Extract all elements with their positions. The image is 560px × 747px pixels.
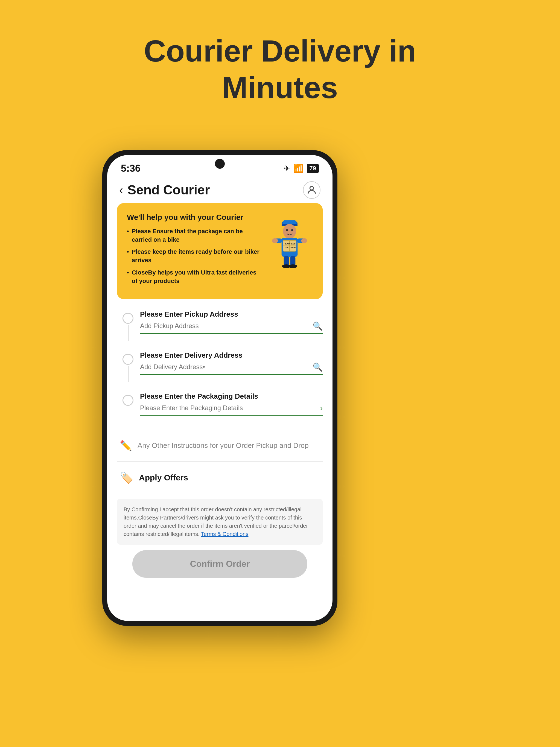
status-time: 5:36 — [121, 163, 141, 174]
svg-text:EXPRESS: EXPRESS — [285, 242, 296, 245]
offers-row[interactable]: 🏷️ Apply Offers — [117, 466, 323, 490]
back-button[interactable]: ‹ — [119, 183, 123, 197]
svg-point-5 — [286, 229, 288, 231]
page-title: Courier Delivery in Minutes — [102, 33, 458, 106]
info-item-1: • Please Ensure that the package can be … — [127, 227, 261, 244]
svg-point-4 — [283, 224, 296, 238]
step-circle-2 — [123, 354, 133, 365]
phone-frame: 5:36 ✈ 📶 79 ‹ Send Courier — [102, 150, 337, 626]
form-section: Please Enter Pickup Address 🔍 — [117, 310, 323, 420]
info-text-section: We'll help you with your Courier • Pleas… — [127, 213, 261, 289]
step-indicator-1 — [123, 313, 133, 341]
packaging-label: Please Enter the Packaging Details — [140, 392, 323, 401]
step-circle-3 — [123, 395, 133, 406]
phone-screen: 5:36 ✈ 📶 79 ‹ Send Courier — [107, 155, 332, 621]
battery-icon: 79 — [307, 164, 319, 173]
pickup-field: Please Enter Pickup Address 🔍 — [140, 310, 323, 338]
confirm-button[interactable]: Confirm Order — [132, 550, 307, 578]
svg-text:DELIVERY: DELIVERY — [285, 246, 297, 249]
step-indicator-3 — [123, 395, 133, 406]
delivery-input[interactable] — [140, 363, 312, 371]
packaging-row: Please Enter the Packaging Details › — [123, 392, 323, 420]
packaging-input-row[interactable]: › — [140, 403, 323, 416]
svg-point-0 — [310, 186, 313, 190]
terms-link[interactable]: Terms & Conditions — [201, 531, 248, 537]
pickup-search-icon: 🔍 — [312, 321, 323, 331]
info-text-1: Please Ensure that the package can be ca… — [132, 227, 261, 244]
info-text-2: Please keep the items ready before our b… — [132, 248, 261, 265]
packaging-input[interactable] — [140, 404, 320, 412]
pickup-input[interactable] — [140, 322, 312, 330]
svg-point-17 — [301, 238, 307, 243]
delivery-field: Please Enter Delivery Address 🔍 — [140, 351, 323, 379]
svg-point-21 — [288, 264, 297, 268]
terms-box: By Confirming I accept that this order d… — [117, 499, 323, 545]
bullet-3: • — [127, 269, 129, 276]
svg-point-6 — [291, 229, 293, 231]
delivery-search-icon: 🔍 — [312, 362, 323, 372]
status-icons: ✈ 📶 79 — [283, 163, 319, 173]
step-circle-1 — [123, 313, 133, 324]
divider-1 — [117, 430, 323, 430]
packaging-field: Please Enter the Packaging Details › — [140, 392, 323, 420]
edit-icon: ✏️ — [120, 440, 132, 452]
step-line-2 — [128, 366, 128, 382]
offers-icon: 🏷️ — [120, 471, 133, 484]
delivery-row: Please Enter Delivery Address 🔍 — [123, 351, 323, 382]
packaging-chevron-icon: › — [320, 403, 323, 413]
screen-title: Send Courier — [127, 182, 210, 198]
pickup-row: Please Enter Pickup Address 🔍 — [123, 310, 323, 341]
camera-notch — [215, 159, 225, 169]
courier-illustration: EXPRESS DELIVERY — [266, 213, 313, 269]
page-background: Courier Delivery in Minutes 5:36 ✈ 📶 79 — [102, 0, 458, 626]
info-banner-title: We'll help you with your Courier — [127, 213, 261, 222]
info-item-3: • CloseBy helps you with Ultra fast deli… — [127, 268, 261, 285]
svg-point-16 — [272, 238, 278, 243]
step-indicator-2 — [123, 354, 133, 382]
profile-button[interactable] — [303, 181, 321, 199]
info-banner: We'll help you with your Courier • Pleas… — [117, 203, 323, 299]
info-text-3: CloseBy helps you with Ultra fast delive… — [132, 268, 261, 285]
divider-3 — [117, 494, 323, 494]
wifi-icon: 📶 — [294, 163, 304, 173]
header-left: ‹ Send Courier — [119, 182, 210, 198]
instructions-placeholder: Any Other Instructions for your Order Pi… — [137, 441, 309, 450]
delivery-input-row[interactable]: 🔍 — [140, 362, 323, 375]
phone-mockup: 5:36 ✈ 📶 79 ‹ Send Courier — [102, 150, 458, 626]
offers-label: Apply Offers — [139, 473, 188, 482]
info-item-2: • Please keep the items ready before our… — [127, 248, 261, 265]
divider-2 — [117, 461, 323, 462]
bullet-1: • — [127, 228, 129, 235]
pickup-label: Please Enter Pickup Address — [140, 310, 323, 318]
airplane-icon: ✈ — [283, 163, 290, 173]
app-header: ‹ Send Courier — [107, 177, 332, 203]
step-line-1 — [128, 325, 128, 341]
instructions-row[interactable]: ✏️ Any Other Instructions for your Order… — [117, 435, 323, 457]
delivery-label: Please Enter Delivery Address — [140, 351, 323, 360]
scroll-content[interactable]: We'll help you with your Courier • Pleas… — [107, 203, 332, 621]
pickup-input-row[interactable]: 🔍 — [140, 321, 323, 334]
terms-text: By Confirming I accept that this order d… — [124, 506, 308, 537]
bullet-2: • — [127, 248, 129, 255]
